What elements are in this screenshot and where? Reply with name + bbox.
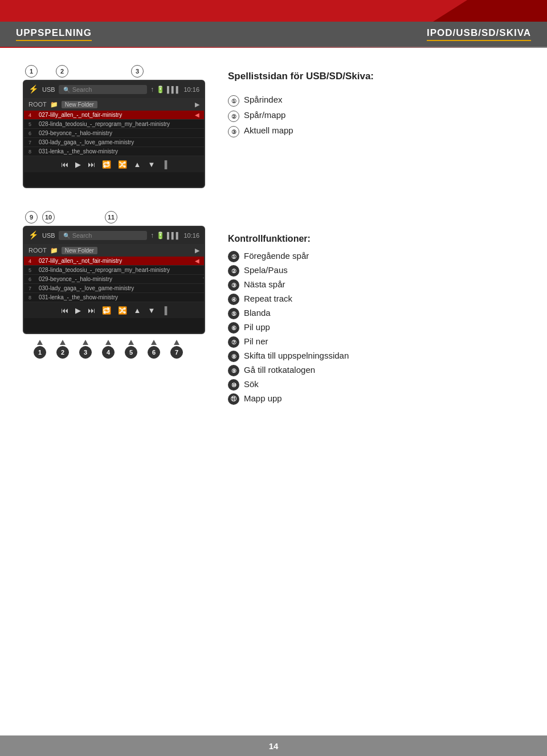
search-icon: 🔍 [63,87,70,93]
track-indicator-b: ◀ [195,258,199,264]
label-sparmapp: Spår/mapp [244,110,285,120]
ctrl-label-ga-till: Gå till rotkatalogen [244,365,315,375]
ctrl-desc-8: ⑧ Skifta till uppspelningssidan [228,351,524,362]
filled-circle-1: 1 [34,346,46,359]
ctrl-circle-1: ① [228,251,239,262]
track-item-b-3: 6 029-beyonce_-_halo-ministry [24,275,204,284]
ctrl-label-spela: Spela/Paus [244,265,288,275]
circle-label-3: 3 [131,65,144,78]
ctrl-circle-4: ④ [228,294,239,305]
ctrl-label-repeat: Repeat track [244,294,292,303]
filled-circle-6: 6 [148,346,160,359]
new-folder-btn-b: New Folder [62,247,97,254]
circle-sparmapp: ② [228,111,239,122]
bottom-bar: 14 [0,735,547,756]
search-box-b: 🔍 Search [59,231,147,240]
marker-8-container: 8 [203,271,205,284]
label-aktuell: Aktuell mapp [244,125,293,135]
filled-circle-3: 3 [79,346,92,359]
track-name-b-1: 027-lilly_allen_-_not_fair-ministry [39,258,193,264]
track-name-b-3: 029-beyonce_-_halo-ministry [39,276,199,282]
arrow-up-btn[interactable]: ▲ [134,160,141,169]
side-indicator-b: ▐ [162,306,167,315]
bottom-circle-labels-top-row: 9 10 11 [23,211,205,223]
controls-description: Kontrollfunktioner: ① Föregående spår ② … [228,211,524,408]
arrow-up-btn-b[interactable]: ▲ [134,306,141,315]
repeat-btn-b[interactable]: 🔁 [102,306,111,315]
ctrl-label-5: 5 [120,340,142,359]
player-top-bar: ⚡ USB 🔍 Search ↑ 🔋 ▌▌▌ 10:16 [24,81,204,98]
filled-circle-4: 4 [102,346,115,359]
shuffle-btn-b[interactable]: 🔀 [118,306,127,315]
arrow-up-3 [83,340,88,345]
ctrl-circle-10: ⑩ [228,379,239,391]
track-indicator: ◀ [195,112,199,118]
next-track-btn-b[interactable]: ⏭ [88,306,95,315]
track-item-4: 7 030-lady_gaga_-_love_game-ministry [24,138,204,147]
bottom-control-labels-row: 1 2 3 4 5 [23,340,205,359]
top-section: 1 2 3 ⚡ USB 🔍 Search ↑ 🔋 ▌▌▌ [23,65,524,188]
battery-icon: 🔋 [156,86,165,94]
search-icon-b: 🔍 [63,233,70,239]
ctrl-desc-7: ⑦ Pil ner [228,336,524,348]
ctrl-circle-8: ⑧ [228,351,239,362]
track-item-b-4: 7 030-lady_gaga_-_love_game-ministry [24,284,204,293]
repeat-btn[interactable]: 🔁 [102,160,111,169]
track-item-2: 5 028-linda_teodosiu_-_reprogram_my_hear… [24,120,204,129]
track-name-3: 029-beyonce_-_halo-ministry [39,130,199,136]
folder-icon-b: 📁 [50,247,58,254]
ctrl-circle-2: ② [228,265,239,277]
ctrl-label-nasta: Nästa spår [244,279,285,289]
arrow-up-7 [174,340,179,345]
bottom-section: 9 10 11 ⚡ USB 🔍 Search ↑ 🔋 ▌▌▌ [23,211,524,408]
ctrl-label-4: 4 [97,340,120,359]
track-num-3: 6 [28,131,36,136]
ctrl-desc-11: ⑪ Mapp upp [228,393,524,405]
track-num-b-2: 5 [28,267,36,273]
filled-circle-2: 2 [56,346,69,359]
ctrl-desc-3: ③ Nästa spår [228,279,524,291]
play-icon-folder-b: ▶ [195,247,199,254]
arrow-up-5 [128,340,134,345]
arrow-down-btn[interactable]: ▼ [148,160,155,169]
track-name-b-4: 030-lady_gaga_-_love_game-ministry [39,285,199,291]
track-name-2: 028-linda_teodosiu_-_reprogram_my_heart-… [39,121,199,127]
prev-track-btn-b[interactable]: ⏮ [61,306,68,315]
arrow-icon-b: ↑ [150,231,154,239]
ctrl-label-sok: Sök [244,379,259,389]
track-num-4: 7 [28,140,36,145]
folder-icon: 📁 [50,101,58,108]
play-icon-folder: ▶ [195,101,199,108]
ctrl-label-7: 7 [165,340,188,359]
player-controls-bottom: ⏮ ▶ ⏭ 🔁 🔀 ▲ ▼ ▐ [24,302,204,318]
player-bottom-top-bar: ⚡ USB 🔍 Search ↑ 🔋 ▌▌▌ 10:16 [24,227,204,244]
filled-circle-7: 7 [170,346,183,359]
ctrl-label-2: 2 [51,340,74,359]
play-pause-btn-b[interactable]: ▶ [75,306,81,315]
play-pause-btn[interactable]: ▶ [75,160,81,169]
circle-label-2: 2 [56,65,68,78]
circle-label-1: 1 [25,65,38,78]
top-mockup-container: 1 2 3 ⚡ USB 🔍 Search ↑ 🔋 ▌▌▌ [23,65,205,188]
top-description: Spellistsidan för USB/SD/Skiva: ① Spårin… [228,71,374,141]
controls-title: Kontrollfunktioner: [228,234,524,244]
new-folder-btn: New Folder [62,101,97,108]
time-display: 10:16 [183,86,199,93]
arrow-up-1 [37,340,43,345]
track-num-5: 8 [28,149,36,155]
track-name-b-2: 028-linda_teodosiu_-_reprogram_my_heart-… [39,267,199,273]
ctrl-desc-5: ⑤ Blanda [228,308,524,319]
track-num-b-3: 6 [28,277,36,282]
usb-icon-b: ⚡ [28,230,39,241]
ctrl-label-skifta: Skifta till uppspelningssidan [244,351,349,360]
track-item-active-b: 4 027-lilly_allen_-_not_fair-ministry ◀ [24,257,204,266]
shuffle-btn[interactable]: 🔀 [118,160,127,169]
next-track-btn[interactable]: ⏭ [88,160,95,169]
track-item-3: 6 029-beyonce_-_halo-ministry [24,129,204,138]
ctrl-label-6: 6 [142,340,165,359]
track-item-5: 8 031-lenka_-_the_show-ministry [24,147,204,156]
arrow-down-btn-b[interactable]: ▼ [148,306,155,315]
top-circle-labels-row: 1 2 3 [23,65,205,78]
prev-track-btn[interactable]: ⏮ [61,160,68,169]
signal-icon-b: ▌▌▌ [167,232,180,239]
